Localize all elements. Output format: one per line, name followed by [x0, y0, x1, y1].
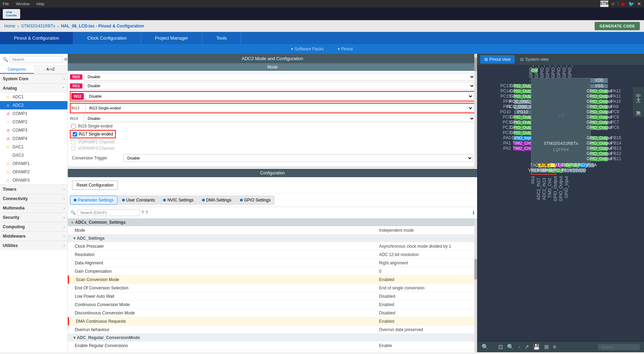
- vopamp3-checkbox[interactable]: [71, 146, 76, 151]
- middleware-label: Middleware: [3, 234, 25, 239]
- side-icon-a[interactable]: A: [636, 111, 641, 114]
- sidebar-item-comp2[interactable]: ○ COMP2: [0, 118, 67, 126]
- svg-text:PA10: PA10: [611, 99, 621, 104]
- in17-checkbox[interactable]: [73, 132, 77, 137]
- list-icon[interactable]: ≡: [553, 344, 556, 350]
- sidebar-item-comp1[interactable]: ⊘ COMP1: [0, 109, 67, 118]
- zoom-in-icon[interactable]: 🔍: [507, 344, 514, 350]
- menu-window[interactable]: Window: [16, 2, 30, 6]
- in14-select[interactable]: Disable: [84, 115, 475, 122]
- sidebar-item-opamp2[interactable]: ⚠ OPAMP2: [0, 168, 67, 176]
- in11-select[interactable]: Disable: [84, 82, 475, 90]
- param-subsection-adc-settings[interactable]: ▾ ADC_Settings: [68, 234, 477, 242]
- tab-dma-settings[interactable]: DMA Settings: [198, 196, 235, 205]
- sidebar-item-adc1[interactable]: ⚠ ADC1: [0, 93, 67, 101]
- tab-categories[interactable]: Categories: [0, 65, 34, 74]
- tab-user-constants[interactable]: User Constants: [118, 196, 159, 205]
- param-subsection-regular[interactable]: ▾ ADC_Regular_ConversionMode: [68, 334, 477, 341]
- sidebar-item-dac3[interactable]: DAC3: [0, 151, 67, 159]
- grid-icon[interactable]: ⊞: [544, 344, 549, 350]
- tab-parameter-settings[interactable]: Parameter Settings: [70, 196, 118, 205]
- mode-row-in12: IN12 Disable: [70, 91, 475, 101]
- svg-text:PC14: PC14: [500, 89, 511, 93]
- fit-icon[interactable]: ⊡: [498, 344, 503, 350]
- svg-text:STM: STM: [600, 1, 609, 6]
- tab-az[interactable]: A->Z: [34, 65, 67, 74]
- pointer-icon[interactable]: ↗: [524, 344, 529, 350]
- svg-text:GPIO_Output: GPIO_Output: [587, 141, 612, 146]
- sidebar-search-input[interactable]: [10, 56, 63, 63]
- breadcrumb-device[interactable]: STM32G431RBTx: [21, 24, 55, 28]
- sidebar-section-connectivity[interactable]: Connectivity ›: [0, 194, 67, 203]
- vopamp3-checkbox-row: VOPAMP3 Channel: [70, 146, 475, 151]
- svg-text:GPIO_Output: GPIO_Output: [587, 146, 612, 151]
- menu-help[interactable]: Help: [37, 2, 45, 6]
- sidebar-section-security[interactable]: Security ›: [0, 213, 67, 222]
- in10-select[interactable]: Disable: [84, 73, 475, 81]
- settings-icon[interactable]: ⚙: [64, 57, 68, 62]
- in15-checkbox[interactable]: [71, 124, 76, 129]
- sidebar-item-dac1[interactable]: ⚠ DAC1: [0, 143, 67, 151]
- sidebar-item-comp4[interactable]: ⊘ COMP4: [0, 134, 67, 143]
- toolbar-search-input[interactable]: [598, 344, 640, 350]
- generate-code-button[interactable]: GENERATE CODE: [595, 22, 640, 30]
- svg-text:PB12: PB12: [611, 151, 621, 156]
- subnav-software-packs[interactable]: ▾ Software Packs: [291, 47, 323, 51]
- tab-project-manager[interactable]: Project Manager: [141, 32, 202, 44]
- param-name-end-conv: End Of Conversion Selection: [75, 286, 376, 290]
- sidebar-section-middleware[interactable]: Middleware ›: [0, 231, 67, 241]
- sidebar-section-utilities[interactable]: Utilities ›: [0, 241, 67, 250]
- in13-select[interactable]: IN13 Single-ended: [85, 104, 474, 112]
- svg-text:PB14: PB14: [611, 141, 621, 146]
- sidebar-item-comp3[interactable]: ⊘ COMP3: [0, 126, 67, 134]
- sidebar-section-system-core[interactable]: System Core ›: [0, 74, 67, 83]
- sidebar-section-multimedia[interactable]: Multimedia ›: [0, 203, 67, 213]
- param-value-scan: Enabled: [376, 277, 474, 282]
- trigger-select[interactable]: Disable: [123, 154, 473, 162]
- in12-select[interactable]: Disable: [85, 92, 474, 100]
- tab-gpio-settings[interactable]: GPIO Settings: [236, 196, 275, 205]
- tab-pinout-view[interactable]: ⊞ Pinout view: [480, 55, 515, 64]
- sidebar-item-opamp3[interactable]: ⚠ OPAMP3: [0, 176, 67, 184]
- sidebar-section-computing[interactable]: Computing ›: [0, 222, 67, 231]
- tab-nvic-settings[interactable]: NVIC Settings: [159, 196, 197, 205]
- sidebar-item-opamp1[interactable]: ⚠ OPAMP1: [0, 159, 67, 168]
- svg-text:PC2: PC2: [503, 125, 511, 130]
- param-search-input[interactable]: [77, 209, 140, 216]
- svg-text:GPIO_Output: GPIO_Output: [567, 65, 572, 78]
- param-value-oversample: Disable: [376, 352, 474, 353]
- sidebar-section-timers[interactable]: Timers ›: [0, 184, 67, 194]
- param-section-common[interactable]: ▾ ADCs_Common_Settings: [68, 219, 477, 226]
- tab-tools[interactable]: Tools: [202, 32, 241, 44]
- vopamp2-label: VOPAMP2 Channel: [78, 140, 114, 145]
- side-icon-zh3[interactable]: ，: [635, 98, 642, 103]
- svg-text:GPIO_Output: GPIO_Output: [558, 176, 563, 201]
- subnav-pinout[interactable]: ▾ Pinout: [338, 47, 353, 51]
- menu-file[interactable]: File: [3, 2, 9, 6]
- param-help-icon1[interactable]: ?: [141, 210, 144, 215]
- breadcrumb-home[interactable]: Home: [4, 24, 15, 28]
- sidebar-section-analog[interactable]: Analog ⌃: [0, 83, 67, 93]
- tab-system-view[interactable]: ⊟ System view: [516, 55, 553, 64]
- param-value-alignment: Right alignment: [376, 261, 474, 265]
- sidebar-item-adc2[interactable]: ⚠ ADC2: [0, 101, 67, 109]
- param-value-resolution: ADC 12-bit resolution: [376, 252, 474, 257]
- param-row-resolution: Resolution ADC 12-bit resolution: [68, 250, 477, 259]
- in17-label: IN17 Single-ended: [79, 132, 113, 137]
- tab-clock-configuration[interactable]: Clock Configuration: [73, 32, 141, 44]
- tab-pinout-configuration[interactable]: Pinout & Configuration: [0, 32, 73, 44]
- save-icon[interactable]: 💾: [533, 344, 540, 350]
- trigger-row: Conversion Trigger Disable: [70, 153, 475, 163]
- param-help-icon2[interactable]: ?: [145, 210, 148, 215]
- vopamp2-checkbox[interactable]: [71, 140, 76, 145]
- vopamp2-checkbox-row: VOPAMP2 Channel: [70, 140, 475, 145]
- param-name-dma: DMA Continuous Requests: [76, 319, 376, 324]
- svg-text:PA9: PA9: [611, 104, 619, 109]
- svg-text:TIM3_CH2: TIM3_CH2: [547, 178, 552, 198]
- in10-label: IN10: [70, 74, 82, 80]
- zoom-out-icon[interactable]: 🔍: [482, 344, 489, 350]
- svg-text:GPIO_Output: GPIO_Output: [587, 89, 612, 93]
- reset-configuration-button[interactable]: Reset Configuration: [72, 181, 118, 190]
- info-icon[interactable]: ℹ: [473, 210, 474, 215]
- tab-dot-dma: [202, 199, 205, 201]
